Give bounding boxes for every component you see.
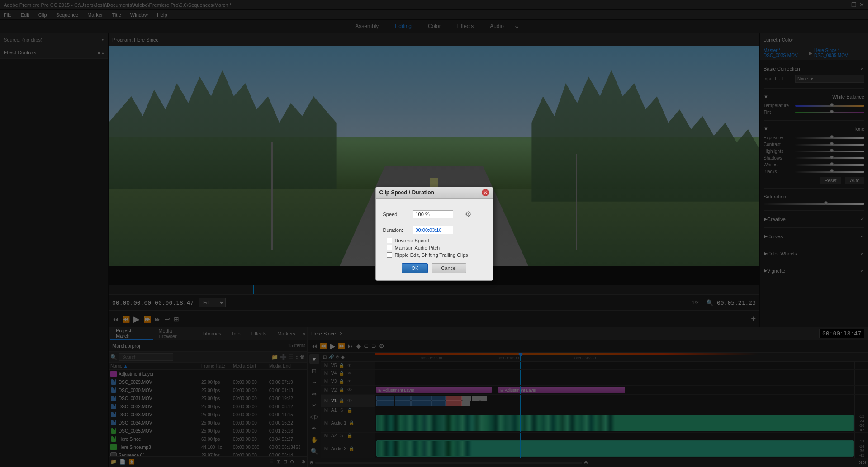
speed-label: Speed: xyxy=(383,212,413,217)
reverse-speed-row: Reverse Speed xyxy=(387,238,485,243)
dialog-overlay: Clip Speed / Duration ✕ Speed: 100 % ⚙ D… xyxy=(0,0,868,467)
ripple-edit-checkbox[interactable] xyxy=(387,252,392,258)
maintain-audio-label: Maintain Audio Pitch xyxy=(395,245,440,250)
reverse-speed-label: Reverse Speed xyxy=(395,238,429,243)
ripple-edit-label: Ripple Edit, Shifting Trailing Clips xyxy=(395,252,468,258)
cancel-button[interactable]: Cancel xyxy=(432,263,466,273)
duration-input[interactable]: 00:00:03:18 xyxy=(413,226,453,234)
speed-row: Speed: 100 % ⚙ xyxy=(383,206,485,222)
dialog-buttons: OK Cancel xyxy=(383,263,485,273)
ok-button[interactable]: OK xyxy=(402,263,428,273)
dialog-title: Clip Speed / Duration xyxy=(379,189,434,196)
speed-settings-icon[interactable]: ⚙ xyxy=(465,210,471,218)
maintain-audio-row: Maintain Audio Pitch xyxy=(387,245,485,250)
duration-label: Duration: xyxy=(383,227,413,233)
speed-input[interactable]: 100 % xyxy=(413,210,453,218)
dialog-close-button[interactable]: ✕ xyxy=(482,189,489,196)
reverse-speed-checkbox[interactable] xyxy=(387,238,392,243)
bracket-shape xyxy=(456,207,459,222)
ripple-edit-row: Ripple Edit, Shifting Trailing Clips xyxy=(387,252,485,258)
clip-speed-dialog: Clip Speed / Duration ✕ Speed: 100 % ⚙ D… xyxy=(375,187,493,281)
link-bracket-icon xyxy=(455,206,464,222)
duration-row: Duration: 00:00:03:18 xyxy=(383,226,485,234)
maintain-audio-checkbox[interactable] xyxy=(387,245,392,250)
dialog-titlebar: Clip Speed / Duration ✕ xyxy=(376,187,493,199)
dialog-content: Speed: 100 % ⚙ Duration: 00:00:03:18 Rev… xyxy=(376,199,493,280)
